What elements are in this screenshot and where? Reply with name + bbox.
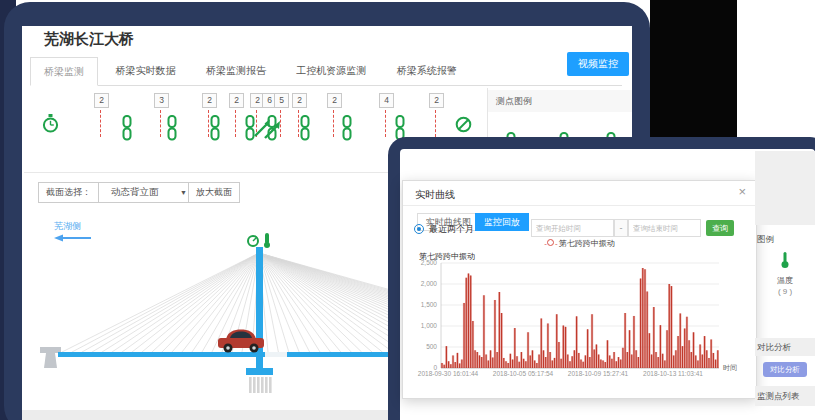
sidebar-temperature-item[interactable]: 温度 ( 9 ): [755, 251, 815, 296]
x-tick-label: 2018-09-30 16:01:44: [418, 370, 478, 377]
sensor-dashed-line: [333, 110, 334, 137]
sidebar-legend-header: 图例: [757, 234, 774, 246]
link-sensor-icon[interactable]: [299, 115, 311, 141]
sensor-dashed-line: [385, 110, 386, 137]
x-tick-label: 2018-10-09 15:27:41: [568, 370, 628, 377]
section-select-group: 截面选择： 动态背立面 ▼: [38, 182, 194, 203]
bridge-pier-cap: [246, 368, 273, 375]
sensor-count-badge[interactable]: 2: [229, 93, 244, 108]
stopwatch-sensor-icon[interactable]: [42, 114, 59, 137]
sensor-count-badge[interactable]: 2: [429, 93, 444, 108]
link-sensor-icon[interactable]: [121, 115, 133, 141]
query-button[interactable]: 查询: [706, 220, 734, 236]
y-tick-label: 1,500: [403, 301, 437, 308]
anemometer-icon[interactable]: [248, 236, 258, 246]
sensor-count-badge[interactable]: 2: [202, 93, 217, 108]
legend-label: 第七跨跨中振动: [559, 239, 615, 248]
bridge-deck-joint: [265, 352, 287, 357]
range-separator: -: [614, 219, 628, 237]
dialog-title: 实时曲线: [415, 188, 455, 202]
query-end-time-input[interactable]: [628, 219, 701, 237]
radio-label: 最近两个月: [429, 223, 474, 236]
bridge-abutment: [40, 347, 61, 368]
divider: [403, 205, 756, 206]
expansion-joint-sensor-icon[interactable]: [252, 116, 282, 144]
section-select-dropdown[interactable]: 动态背立面 ▼: [98, 182, 194, 203]
close-icon[interactable]: ×: [738, 185, 746, 199]
link-sensor-icon[interactable]: [341, 115, 353, 141]
sensor-dashed-line: [235, 110, 236, 137]
temperature-count: ( 9 ): [755, 287, 815, 296]
y-tick-label: 2,500: [403, 259, 437, 266]
compare-analysis-button[interactable]: 对比分析: [763, 362, 807, 377]
sidebar-list-header: 监测点列表: [757, 391, 800, 403]
vibration-chart: [441, 263, 719, 368]
recent-two-months-radio[interactable]: 最近两个月: [414, 223, 474, 235]
thermometer-icon: [779, 251, 791, 269]
sensor-count-badge[interactable]: 3: [154, 93, 169, 108]
tower-thermometer-icon[interactable]: [264, 233, 270, 248]
section-select-label: 截面选择：: [38, 182, 99, 203]
tab-monitor-playback[interactable]: 监控回放: [475, 213, 529, 231]
x-tick-label: 2018-10-13 11:03:41: [643, 370, 703, 377]
y-tick-label: 1,000: [403, 322, 437, 329]
legend-panel-title: 测点图例: [488, 90, 632, 112]
background-black-band: [650, 0, 737, 140]
link-sensor-icon[interactable]: [209, 115, 221, 141]
sensor-dashed-line: [435, 110, 436, 137]
screenshot-canvas: 芜湖长江大桥 桥梁监测 桥梁实时数据 桥梁监测报告 工控机资源监测 桥梁系统报警…: [0, 0, 815, 420]
section-select-value: 动态背立面: [111, 186, 159, 199]
sidebar-compare-header: 对比分析: [757, 342, 791, 354]
temperature-label: 温度: [755, 275, 815, 286]
x-tick-label: 2018-10-05 05:17:54: [493, 370, 553, 377]
query-start-time-input[interactable]: [531, 219, 614, 237]
sensor-dashed-line: [160, 110, 161, 137]
bridge-piles: [249, 377, 272, 393]
sensor-count-badge[interactable]: 4: [379, 93, 394, 108]
y-tick-label: 500: [403, 343, 437, 350]
chart-legend[interactable]: -- 第七跨跨中振动: [403, 238, 756, 249]
zoom-section-button[interactable]: 放大截面: [188, 182, 240, 203]
realtime-curve-dialog: 实时曲线 × 实时曲线图 监控回放 最近两个月 - 查询 -- 第七跨跨中振动 …: [402, 180, 757, 399]
sensor-count-badge[interactable]: 2: [327, 93, 342, 108]
y-tick-label: 2,000: [403, 280, 437, 287]
chevron-down-icon: ▼: [180, 189, 187, 196]
sidebar-top-block: [755, 151, 815, 225]
sensor-count-badge[interactable]: 5: [274, 93, 289, 108]
sensor-dashed-line: [100, 110, 101, 137]
sensor-count-badge[interactable]: 2: [292, 93, 307, 108]
link-sensor-icon[interactable]: [166, 115, 178, 141]
sensor-count-badge[interactable]: 2: [94, 93, 109, 108]
no-entry-sensor-icon[interactable]: [455, 116, 472, 137]
x-axis-title: 时间: [723, 363, 737, 373]
radio-dot-icon: [414, 224, 424, 234]
modal-window-content: 实时曲线 × 实时曲线图 监控回放 最近两个月 - 查询 -- 第七跨跨中振动 …: [400, 149, 815, 420]
legend-marker-icon: -: [544, 239, 546, 248]
